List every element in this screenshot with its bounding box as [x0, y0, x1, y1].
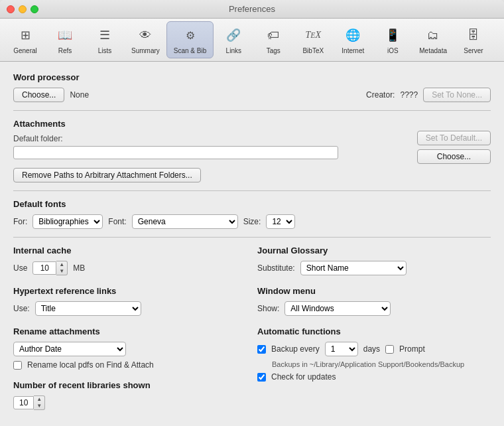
internal-cache-title: Internal cache [13, 246, 247, 255]
recent-count-buttons: ▲ ▼ [34, 395, 45, 410]
size-select[interactable]: 12 10 14 [266, 214, 295, 229]
wp-choose-button[interactable]: Choose... [13, 88, 64, 102]
backup-every-label: Backup every [271, 344, 320, 354]
wp-creator-label: Creator: [366, 90, 395, 100]
tab-server[interactable]: 🗄 Server [454, 22, 493, 58]
attachments-title: Attachments [13, 119, 338, 129]
substitute-select[interactable]: Short Name Full Name None [300, 261, 407, 275]
font-select[interactable]: Geneva [132, 214, 238, 229]
font-label: Font: [108, 217, 126, 226]
show-label: Show: [257, 304, 279, 313]
traffic-lights [7, 5, 38, 13]
cache-row: Use 10 ▲ ▼ MB [13, 261, 247, 275]
cache-increment-button[interactable]: ▲ [56, 261, 67, 268]
titlebar: Preferences [0, 0, 504, 19]
rename-attachments-title: Rename attachments [13, 326, 247, 336]
maximize-button[interactable] [31, 5, 38, 13]
cache-decrement-button[interactable]: ▼ [56, 268, 67, 275]
substitute-label: Substitute: [257, 263, 295, 273]
preferences-window: Preferences ⊞ General 📖 Refs ☰ Lists 👁 S… [0, 0, 504, 426]
tab-tags[interactable]: 🏷 Tags [253, 22, 293, 58]
attachments-header-row: Attachments Default folder: ~/Documents/… [13, 119, 491, 164]
backup-path-text: Backups in ~/Library/Application Support… [272, 360, 491, 368]
tab-refs-label: Refs [58, 47, 72, 55]
tab-refs[interactable]: 📖 Refs [45, 22, 85, 58]
wp-set-to-none-button[interactable]: Set To None... [423, 88, 491, 102]
recent-decrement-button[interactable]: ▼ [34, 403, 44, 409]
close-button[interactable] [7, 5, 15, 13]
tab-tags-label: Tags [267, 47, 281, 55]
prompt-checkbox[interactable] [385, 345, 394, 354]
check-updates-label: Check for updates [271, 372, 336, 382]
left-col: Internal cache Use 10 ▲ ▼ MB [13, 246, 247, 414]
hypertext-use-select[interactable]: Title Short Name [35, 301, 141, 316]
divider-3 [13, 237, 491, 238]
folder-path-field[interactable]: ~/Documents/Bookends/Attachments [13, 146, 338, 159]
recent-libraries-title: Number of recent libraries shown [13, 380, 247, 390]
tab-metadata-label: Metadata [419, 47, 447, 55]
links-icon: 🔗 [223, 25, 244, 46]
tab-general[interactable]: ⊞ General [5, 22, 45, 58]
cache-stepper: 10 ▲ ▼ [32, 261, 68, 275]
for-select[interactable]: Bibliographies [32, 214, 103, 229]
backup-checkbox[interactable] [257, 345, 266, 354]
refs-icon: 📖 [54, 25, 76, 46]
check-updates-checkbox[interactable] [257, 373, 266, 382]
internal-cache-section: Internal cache Use 10 ▲ ▼ MB [13, 246, 247, 275]
tab-ios[interactable]: 📱 iOS [373, 22, 412, 58]
tab-summary-label: Summary [131, 47, 160, 55]
default-fonts-title: Default fonts [13, 199, 491, 209]
cache-stepper-buttons: ▲ ▼ [56, 261, 68, 275]
rename-select-row: Author Date Author Title Other [13, 342, 247, 356]
server-icon: 🗄 [463, 25, 484, 46]
right-col: Journal Glossary Substitute: Short Name … [257, 246, 491, 414]
rename-select[interactable]: Author Date Author Title Other [13, 342, 126, 356]
automatic-functions-title: Automatic functions [257, 326, 491, 336]
tab-summary[interactable]: 👁 Summary [125, 22, 166, 58]
recent-count-stepper: 10 ▲ ▼ [13, 395, 45, 410]
minimize-button[interactable] [19, 5, 27, 13]
recent-increment-button[interactable]: ▲ [34, 396, 44, 403]
tab-general-label: General [13, 47, 37, 55]
tab-bibtex[interactable]: TEX BibTeX [293, 22, 333, 58]
tab-scan-label: Scan & Bib [174, 47, 206, 55]
backup-days-select[interactable]: 1 2 3 7 [325, 342, 358, 356]
fonts-row: For: Bibliographies Font: Geneva Size: 1… [13, 214, 491, 229]
bibtex-icon: TEX [302, 25, 324, 46]
lists-icon: ☰ [94, 25, 115, 46]
cache-mb-value: 10 [32, 261, 56, 275]
tab-metadata[interactable]: 🗂 Metadata [412, 22, 454, 58]
check-updates-row: Check for updates [257, 372, 491, 382]
recent-libraries-section: Number of recent libraries shown 10 ▲ ▼ [13, 380, 247, 410]
set-to-default-button[interactable]: Set To Default... [417, 131, 491, 145]
rename-attachments-section: Rename attachments Author Date Author Ti… [13, 326, 247, 370]
hypertext-title: Hypertext reference links [13, 286, 247, 296]
tab-scan[interactable]: ⚙ Scan & Bib [166, 21, 214, 58]
prompt-label: Prompt [399, 344, 425, 354]
remove-paths-button[interactable]: Remove Paths to Arbitrary Attachment Fol… [13, 168, 201, 182]
tab-lists[interactable]: ☰ Lists [85, 22, 125, 58]
tab-lists-label: Lists [98, 47, 112, 55]
tab-internet[interactable]: 🌐 Internet [333, 22, 373, 58]
hypertext-use-label: Use: [13, 304, 30, 313]
journal-glossary-row: Substitute: Short Name Full Name None [257, 261, 491, 275]
days-unit-label: days [363, 344, 380, 354]
window-show-select[interactable]: All Windows Current Window [284, 301, 391, 316]
tags-icon: 🏷 [263, 25, 284, 46]
summary-icon: 👁 [135, 25, 156, 46]
metadata-icon: 🗂 [422, 25, 444, 46]
cache-mb-label: MB [73, 263, 85, 273]
word-processor-row: Choose... None Creator: ???? Set To None… [13, 88, 491, 102]
tab-links-label: Links [226, 47, 241, 55]
attachments-choose-button[interactable]: Choose... [417, 149, 491, 164]
window-menu-title: Window menu [257, 286, 491, 296]
rename-local-checkbox[interactable] [13, 361, 22, 370]
recent-libraries-row: 10 ▲ ▼ [13, 395, 247, 410]
two-col-section: Internal cache Use 10 ▲ ▼ MB [13, 246, 491, 414]
tab-internet-label: Internet [342, 47, 364, 55]
automatic-functions-section: Automatic functions Backup every 1 2 3 7… [257, 326, 491, 382]
general-icon: ⊞ [15, 25, 36, 46]
divider-2 [13, 190, 491, 191]
tab-links[interactable]: 🔗 Links [214, 22, 253, 58]
tab-bibtex-label: BibTeX [302, 47, 324, 55]
